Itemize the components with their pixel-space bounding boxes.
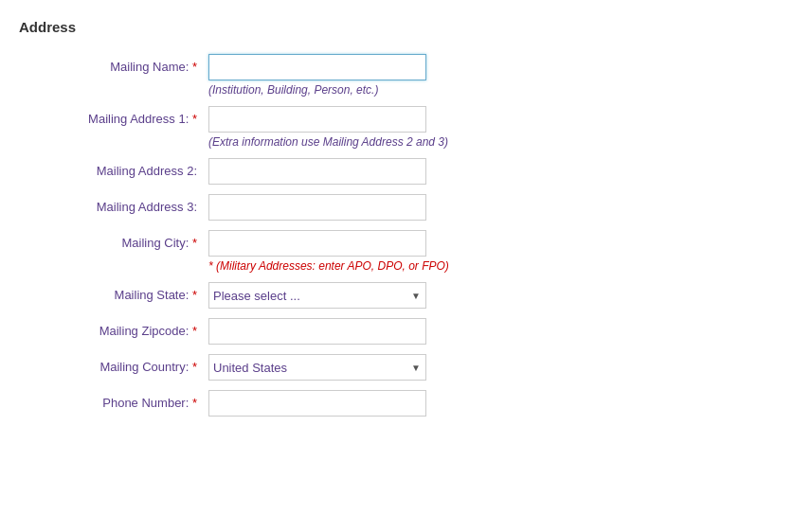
mailing-city-hint: * (Military Addresses: enter APO, DPO, o… <box>208 259 449 273</box>
mailing-address2-row: Mailing Address 2: <box>19 158 739 185</box>
mailing-name-input[interactable] <box>208 54 426 80</box>
mailing-name-input-wrapper: (Institution, Building, Person, etc.) <box>208 54 426 97</box>
mailing-state-select-wrapper: Please select ... Alabama Alaska Arizona… <box>208 282 426 309</box>
mailing-state-select-container: Please select ... Alabama Alaska Arizona… <box>208 282 426 309</box>
required-star: * <box>192 396 197 410</box>
mailing-zipcode-row: Mailing Zipcode: * <box>19 318 739 345</box>
mailing-state-select[interactable]: Please select ... Alabama Alaska Arizona… <box>208 282 426 309</box>
required-star: * <box>192 324 197 338</box>
mailing-address1-input-wrapper: (Extra information use Mailing Address 2… <box>208 106 448 149</box>
mailing-zipcode-input-wrapper <box>208 318 426 345</box>
mailing-country-select-wrapper: United States Canada Mexico United Kingd… <box>208 354 426 381</box>
address-form: Address Mailing Name: * (Institution, Bu… <box>19 19 739 417</box>
mailing-city-label: Mailing City: * <box>19 230 208 250</box>
required-star: * <box>192 60 197 74</box>
phone-number-input-wrapper <box>208 390 426 417</box>
mailing-name-hint: (Institution, Building, Person, etc.) <box>208 83 426 97</box>
mailing-zipcode-label: Mailing Zipcode: * <box>19 318 208 338</box>
mailing-state-row: Mailing State: * Please select ... Alaba… <box>19 282 739 309</box>
mailing-address1-input[interactable] <box>208 106 426 133</box>
mailing-country-select[interactable]: United States Canada Mexico United Kingd… <box>208 354 426 381</box>
mailing-address3-row: Mailing Address 3: <box>19 194 739 221</box>
mailing-address3-input-wrapper <box>208 194 426 221</box>
phone-number-input[interactable] <box>208 390 426 417</box>
required-star: * <box>192 112 197 126</box>
required-star: * <box>192 288 197 302</box>
mailing-address1-label: Mailing Address 1: * <box>19 106 208 126</box>
mailing-zipcode-input[interactable] <box>208 318 426 345</box>
mailing-address3-label: Mailing Address 3: <box>19 194 208 214</box>
mailing-country-row: Mailing Country: * United States Canada … <box>19 354 739 381</box>
required-star: * <box>192 360 197 374</box>
section-title: Address <box>19 19 739 35</box>
mailing-address2-label: Mailing Address 2: <box>19 158 208 178</box>
mailing-name-label: Mailing Name: * <box>19 54 208 74</box>
mailing-city-input[interactable] <box>208 230 426 257</box>
mailing-country-label: Mailing Country: * <box>19 354 208 374</box>
mailing-address2-input[interactable] <box>208 158 426 185</box>
mailing-address2-input-wrapper <box>208 158 426 185</box>
mailing-address1-hint: (Extra information use Mailing Address 2… <box>208 135 448 149</box>
mailing-address3-input[interactable] <box>208 194 426 221</box>
mailing-address1-row: Mailing Address 1: * (Extra information … <box>19 106 739 149</box>
mailing-city-row: Mailing City: * * (Military Addresses: e… <box>19 230 739 273</box>
required-star: * <box>192 236 197 250</box>
mailing-country-select-container: United States Canada Mexico United Kingd… <box>208 354 426 381</box>
mailing-state-label: Mailing State: * <box>19 282 208 302</box>
phone-number-row: Phone Number: * <box>19 390 739 417</box>
mailing-city-input-wrapper: * (Military Addresses: enter APO, DPO, o… <box>208 230 449 273</box>
mailing-name-row: Mailing Name: * (Institution, Building, … <box>19 54 739 97</box>
phone-number-label: Phone Number: * <box>19 390 208 410</box>
